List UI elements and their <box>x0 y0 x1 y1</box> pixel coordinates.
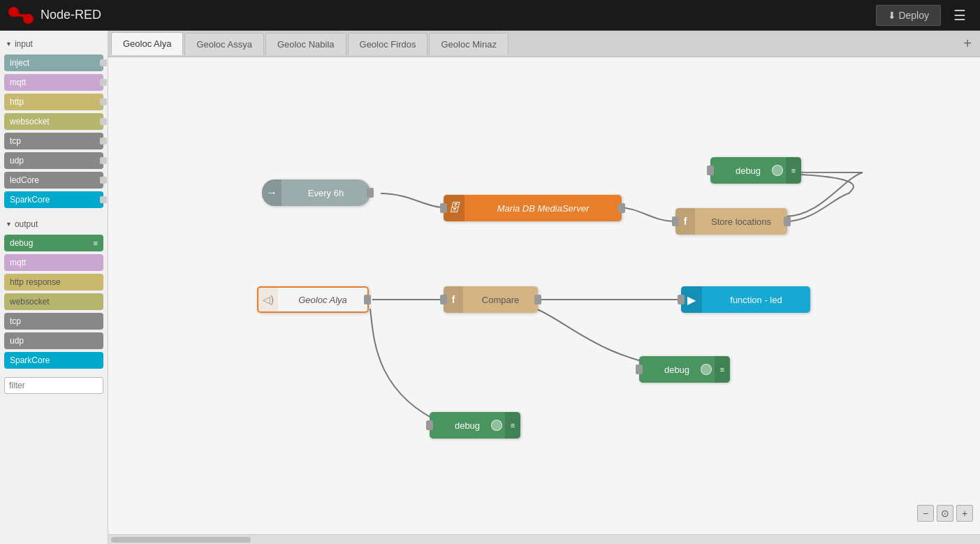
node-port-right <box>364 295 371 304</box>
port-right <box>100 157 107 164</box>
sidebar-item-ledcore[interactable]: ledCore <box>4 172 103 189</box>
sidebar-item-udp-out[interactable]: udp <box>4 332 103 349</box>
node-port-left <box>636 365 643 374</box>
zoom-controls: − ⊙ + <box>917 505 973 522</box>
node-geoloc-alya-label: Geoloc Alya <box>278 295 367 305</box>
sidebar-item-tcp[interactable]: tcp <box>4 133 103 149</box>
port-right <box>100 177 107 184</box>
header: Node-RED ⬇ Deploy ☰ <box>0 0 980 31</box>
inject-icon: → <box>262 179 281 206</box>
node-port-left <box>440 295 447 304</box>
debug3-toggle[interactable] <box>491 420 502 431</box>
port-right <box>100 59 107 66</box>
debug2-menu-icon[interactable]: ≡ <box>715 356 730 383</box>
input-section-header[interactable]: input <box>4 36 103 52</box>
sidebar-item-websocket[interactable]: websocket <box>4 113 103 130</box>
tab-geoloc-alya[interactable]: Geoloc Alya <box>111 32 183 55</box>
add-tab-button[interactable]: + <box>958 36 977 52</box>
port-right <box>100 98 107 105</box>
tab-geoloc-minaz[interactable]: Geoloc Minaz <box>429 33 508 55</box>
tab-geoloc-nabila[interactable]: Geoloc Nabila <box>265 33 346 55</box>
app-title: Node-RED <box>41 8 101 22</box>
debug3-menu-icon[interactable]: ≡ <box>505 412 520 439</box>
main-layout: input inject mqtt http websocket tcp udp… <box>0 31 980 544</box>
sidebar-item-mqtt-out[interactable]: mqtt <box>4 254 103 271</box>
node-port-left <box>678 295 685 304</box>
node-port-left <box>672 216 679 226</box>
sidebar-item-debug-out[interactable]: debug ≡ <box>4 235 103 251</box>
menu-button[interactable]: ☰ <box>948 4 972 27</box>
node-debug1[interactable]: debug ≡ <box>710 157 801 184</box>
node-compare-label: Compare <box>463 295 538 305</box>
sidebar-item-udp[interactable]: udp <box>4 152 103 169</box>
output-section-header[interactable]: output <box>4 216 103 232</box>
sidebar-item-sparkcore-out[interactable]: SparkCore <box>4 352 103 369</box>
sidebar-item-http[interactable]: http <box>4 94 103 110</box>
node-every6h[interactable]: → Every 6h <box>262 179 370 206</box>
node-store-locations[interactable]: f Store locations <box>675 208 787 235</box>
node-function-led-label: function - led <box>702 295 810 305</box>
sidebar-item-http-response[interactable]: http response <box>4 274 103 291</box>
sidebar-item-websocket-out[interactable]: websocket <box>4 293 103 310</box>
node-port-left <box>440 203 447 213</box>
deploy-button[interactable]: ⬇ Deploy <box>876 5 941 26</box>
node-compare[interactable]: f Compare <box>444 286 538 313</box>
node-mariadb-label: Maria DB MediaServer <box>465 203 622 214</box>
sidebar: input inject mqtt http websocket tcp udp… <box>0 31 108 544</box>
speaker-icon: ◁) <box>258 288 278 311</box>
header-left: Node-RED <box>8 7 101 24</box>
node-port-left <box>426 420 433 430</box>
port-right <box>100 79 107 86</box>
debug2-toggle[interactable] <box>701 364 712 375</box>
node-red-logo <box>8 7 34 24</box>
svg-point-1 <box>23 14 33 24</box>
node-debug3[interactable]: debug ≡ <box>430 412 520 439</box>
node-port-right <box>618 203 625 213</box>
tabs-bar: Geoloc Alya Geoloc Assya Geoloc Nabila G… <box>108 31 980 57</box>
tab-geoloc-assya[interactable]: Geoloc Assya <box>184 33 264 55</box>
node-store-locations-label: Store locations <box>695 216 787 227</box>
node-every6h-label: Every 6h <box>281 188 370 198</box>
node-port-right <box>784 216 791 226</box>
node-geoloc-alya[interactable]: ◁) Geoloc Alya <box>257 286 369 313</box>
port-right <box>100 118 107 125</box>
wires-svg <box>108 57 980 534</box>
node-port-left <box>707 166 714 175</box>
sidebar-item-sparkcore-in[interactable]: SparkCore <box>4 191 103 208</box>
zoom-in-button[interactable]: + <box>956 505 973 522</box>
node-debug2[interactable]: debug ≡ <box>639 356 730 383</box>
port-right <box>100 196 107 203</box>
header-right: ⬇ Deploy ☰ <box>876 4 972 27</box>
port-right <box>100 138 107 145</box>
sidebar-item-mqtt-in[interactable]: mqtt <box>4 74 103 91</box>
zoom-out-button[interactable]: − <box>917 505 934 522</box>
zoom-reset-button[interactable]: ⊙ <box>937 505 953 522</box>
node-port-right <box>367 188 374 198</box>
debug-menu-icon[interactable]: ≡ <box>786 157 801 184</box>
node-function-led[interactable]: ▶ function - led <box>681 286 810 313</box>
canvas-scrollbar-thumb[interactable] <box>111 537 251 543</box>
search-input[interactable] <box>4 377 103 394</box>
node-port-right <box>534 295 541 304</box>
node-mariadb[interactable]: 🗄 Maria DB MediaServer <box>444 195 622 221</box>
sidebar-item-tcp-out[interactable]: tcp <box>4 313 103 330</box>
debug-toggle[interactable] <box>772 165 783 176</box>
flow-canvas[interactable]: → Every 6h 🗄 Maria DB MediaServer f Stor… <box>108 57 980 534</box>
tab-geoloc-firdos[interactable]: Geoloc Firdos <box>348 33 428 55</box>
canvas-scrollbar[interactable] <box>108 534 980 544</box>
sidebar-item-inject[interactable]: inject <box>4 54 103 71</box>
canvas-area: Geoloc Alya Geoloc Assya Geoloc Nabila G… <box>108 31 980 544</box>
